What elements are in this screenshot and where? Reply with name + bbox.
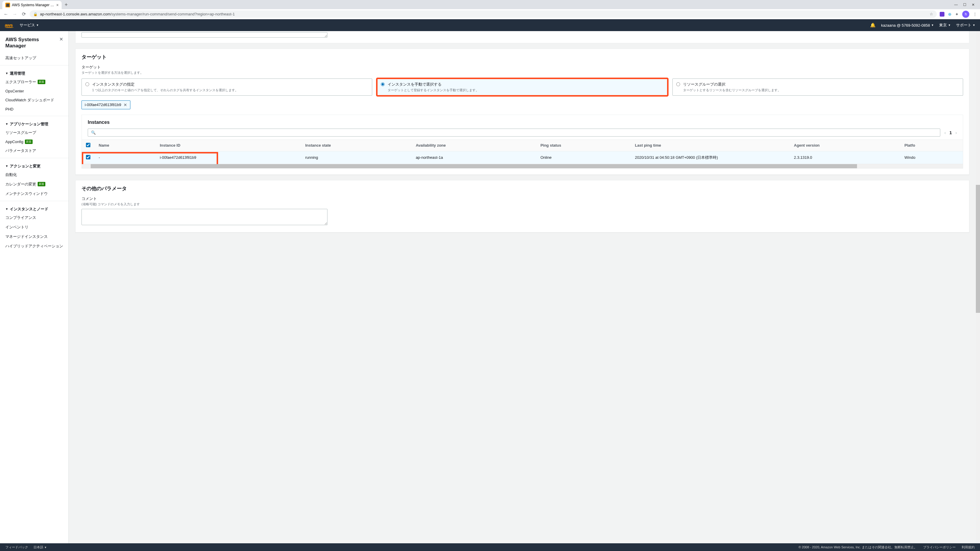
sidebar-item-cloudwatch[interactable]: CloudWatch ダッシュボード — [0, 95, 68, 105]
browser-tab-bar: ⬛ AWS Systems Manager - Run Co × + — ☐ ✕ — [0, 0, 980, 9]
pager: ‹ 1 › — [945, 130, 957, 135]
forward-button[interactable]: → — [12, 11, 18, 17]
target-option-manual[interactable]: インスタンスを手動で選択する ターゲットとして登録するインスタンスを手動で選択し… — [377, 78, 668, 96]
account-menu[interactable]: kazaana @ 5769-5092-0858 ▼ — [881, 23, 934, 27]
close-window-icon[interactable]: ✕ — [972, 3, 975, 7]
panel-title: ターゲット — [81, 54, 963, 60]
terms-link[interactable]: 利用規約 — [962, 545, 975, 549]
profile-avatar[interactable]: h — [962, 11, 969, 18]
sidebar-item-maintenance-windows[interactable]: メンテナンスウィンドウ — [0, 189, 68, 198]
sidebar-item-explorer[interactable]: エクスプローラー 新規 — [0, 77, 68, 87]
row-checkbox[interactable] — [86, 155, 91, 159]
new-tab-button[interactable]: + — [65, 2, 68, 9]
sidebar-close-icon[interactable]: ✕ — [59, 37, 63, 42]
browser-tab[interactable]: ⬛ AWS Systems Manager - Run Co × — [2, 1, 62, 9]
sidebar-item-automation[interactable]: 自動化 — [0, 170, 68, 179]
sidebar-section-ops[interactable]: ▼ 運用管理 — [0, 68, 68, 77]
col-name[interactable]: Name — [94, 140, 156, 151]
col-ping[interactable]: Ping status — [536, 140, 631, 151]
back-button[interactable]: ← — [3, 11, 9, 17]
cell-ping: Online — [536, 151, 631, 164]
support-menu[interactable]: サポート ▼ — [956, 22, 975, 28]
services-menu[interactable]: サービス ▼ — [19, 22, 39, 28]
select-all-checkbox[interactable] — [86, 143, 91, 147]
sidebar-section-instances[interactable]: ▼ インスタンスとノード — [0, 203, 68, 213]
cell-platform: Windo — [900, 151, 963, 164]
new-badge: 新規 — [38, 80, 45, 84]
region-menu[interactable]: 東京 ▼ — [939, 22, 951, 28]
caret-down-icon: ▼ — [948, 24, 951, 27]
target-option-tags[interactable]: インスタンスタグの指定 1 つ以上のタグのキーと値のペアを指定して、それらのタグ… — [81, 78, 372, 96]
extensions-menu-icon[interactable]: ✦ — [955, 12, 959, 17]
caret-down-icon: ▼ — [5, 72, 8, 75]
previous-panel-tail — [75, 31, 969, 43]
panel-title: その他のパラメータ — [81, 185, 963, 192]
caret-down-icon: ▼ — [5, 164, 8, 168]
language-menu[interactable]: 日本語 ▼ — [33, 545, 47, 549]
cell-agent: 2.3.1319.0 — [790, 151, 900, 164]
textarea-resize-handle[interactable] — [81, 32, 328, 38]
aws-logo[interactable]: aws — [5, 22, 14, 28]
sidebar-item-resource-groups[interactable]: リソースグループ — [0, 128, 68, 137]
sidebar-item-parameter-store[interactable]: パラメータストア — [0, 146, 68, 156]
new-badge: 新規 — [38, 182, 45, 186]
sidebar-item-appconfig[interactable]: AppConfig 新規 — [0, 137, 68, 146]
radio-desc: ターゲットとするリソースを含むリソースグループを選択します。 — [683, 88, 781, 92]
browser-toolbar: ← → ⟳ 🔒 ap-northeast-1.console.aws.amazo… — [0, 9, 980, 19]
notifications-icon[interactable]: 🔔 — [870, 22, 876, 28]
field-help: ターゲットを選択する方法を選択します。 — [81, 70, 963, 75]
radio-title: リソースグループの選択 — [683, 82, 781, 87]
sidebar-item-opscenter[interactable]: OpsCenter — [0, 87, 68, 95]
browser-menu-icon[interactable]: ⋮ — [973, 12, 977, 17]
sidebar-item-managed-instances[interactable]: マネージドインスタンス — [0, 232, 68, 241]
col-instance-id[interactable]: Instance ID — [156, 140, 301, 151]
pager-next-icon[interactable]: › — [955, 130, 957, 135]
col-platform[interactable]: Platfo — [900, 140, 963, 151]
tab-close-icon[interactable]: × — [56, 3, 59, 7]
sidebar-item-quick-setup[interactable]: 高速セットアップ — [0, 53, 68, 63]
minimize-icon[interactable]: — — [954, 3, 958, 7]
reload-button[interactable]: ⟳ — [21, 11, 27, 17]
comment-textarea[interactable] — [81, 209, 328, 225]
search-field[interactable] — [97, 130, 937, 135]
vertical-scrollbar[interactable] — [976, 31, 980, 543]
extension-icons: ⊕ ✦ h ⋮ — [940, 11, 977, 18]
sidebar-item-change-calendar[interactable]: カレンダーの変更 新規 — [0, 179, 68, 189]
feedback-link[interactable]: フィードバック — [5, 545, 28, 549]
caret-down-icon: ▼ — [931, 24, 934, 27]
extension-icon[interactable]: ⊕ — [948, 12, 951, 17]
instances-subpanel: Instances 🔍 ‹ 1 › — [81, 114, 963, 168]
maximize-icon[interactable]: ☐ — [963, 3, 966, 7]
comment-label: コメント — [81, 196, 963, 202]
radio-desc: 1 つ以上のタグのキーと値のペアを指定して、それらのタグを共有するインスタンスを… — [92, 88, 238, 92]
pager-prev-icon[interactable]: ‹ — [945, 130, 946, 135]
sidebar-item-hybrid-activations[interactable]: ハイブリッドアクティベーション — [0, 241, 68, 251]
col-last-ping[interactable]: Last ping time — [631, 140, 790, 151]
sidebar-item-inventory[interactable]: インベントリ — [0, 222, 68, 232]
remove-tag-icon[interactable]: ✕ — [124, 103, 127, 107]
extension-icon[interactable] — [940, 12, 945, 17]
horizontal-scrollbar[interactable] — [82, 164, 963, 168]
target-option-resource-group[interactable]: リソースグループの選択 ターゲットとするリソースを含むリソースグループを選択しま… — [672, 78, 963, 96]
services-label: サービス — [19, 22, 35, 28]
url-bar[interactable]: 🔒 ap-northeast-1.console.aws.amazon.com/… — [30, 10, 937, 18]
sidebar-item-compliance[interactable]: コンプライアンス — [0, 213, 68, 222]
col-az[interactable]: Availability zone — [412, 140, 536, 151]
field-label: ターゲット — [81, 65, 963, 70]
col-state[interactable]: Instance state — [301, 140, 412, 151]
radio-input[interactable] — [85, 83, 89, 86]
bookmark-icon[interactable]: ☆ — [930, 12, 933, 16]
sidebar-section-actions[interactable]: ▼ アクションと変更 — [0, 160, 68, 170]
pager-page: 1 — [950, 130, 952, 135]
window-controls: — ☐ ✕ — [951, 3, 978, 9]
instances-search-input[interactable]: 🔍 — [88, 129, 940, 137]
radio-input[interactable] — [676, 83, 680, 86]
sidebar-item-phd[interactable]: PHD — [0, 105, 68, 113]
sidebar-section-app[interactable]: ▼ アプリケーション管理 — [0, 119, 68, 128]
caret-down-icon: ▼ — [5, 207, 8, 211]
col-agent[interactable]: Agent version — [790, 140, 900, 151]
radio-input[interactable] — [381, 83, 385, 86]
table-row[interactable]: - i-00fae472d613f81b9 running ap-northea… — [82, 151, 963, 164]
privacy-link[interactable]: プライバシーポリシー — [923, 545, 956, 549]
instance-tag-label: i-00fae472d613f81b9 — [85, 103, 121, 107]
